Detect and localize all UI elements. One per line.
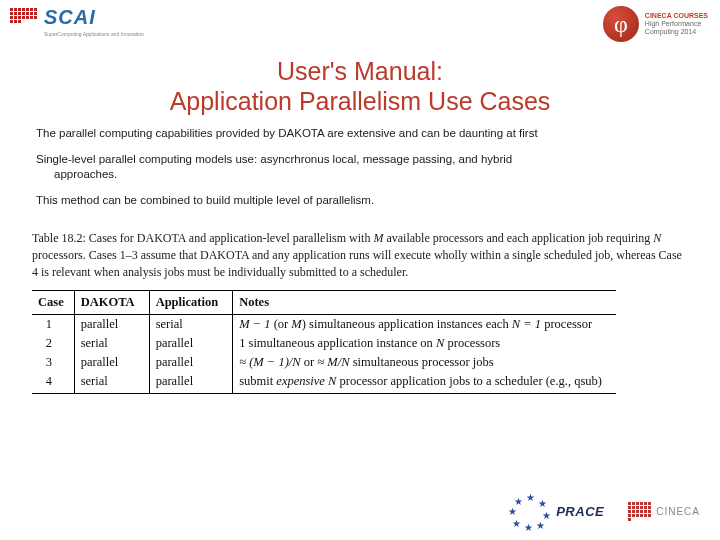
courses-logo: φ CINECA COURSES High Performance Comput… [603,6,708,42]
dots-icon [10,8,40,23]
paragraph-3: This method can be combined to build mul… [36,193,684,209]
body-text: The parallel computing capabilities prov… [0,116,720,208]
page-title: User's Manual: Application Parallelism U… [0,56,720,116]
table-row: 1 parallel serial M − 1 (or M) simultane… [32,315,616,335]
col-application: Application [149,291,233,315]
table-row: 4 serial parallel submit expensive N pro… [32,372,616,394]
scai-text: SCAI [44,6,144,29]
paragraph-2: Single-level parallel computing models u… [36,152,684,183]
course-line3: Computing 2014 [645,28,696,35]
course-line1: CINECA COURSES [645,12,708,19]
footer: ★ ★ ★ ★ ★ ★ ★ ★ PRACE CINECA [508,492,700,530]
course-text: CINECA COURSES High Performance Computin… [645,12,708,35]
stars-icon: ★ ★ ★ ★ ★ ★ ★ ★ [508,492,552,530]
table-row: 3 parallel parallel ≈ (M − 1)/N or ≈ M/N… [32,353,616,372]
col-case: Case [32,291,74,315]
scai-logo: SCAI SuperComputing Applications and Inn… [10,6,144,37]
phi-icon: φ [603,6,639,42]
table-header-row: Case DAKOTA Application Notes [32,291,616,315]
header: SCAI SuperComputing Applications and Inn… [0,0,720,56]
title-line1: User's Manual: [277,57,443,85]
grid-icon [628,502,652,521]
table-row: 2 serial parallel 1 simultaneous applica… [32,334,616,353]
col-notes: Notes [233,291,616,315]
cases-table: Case DAKOTA Application Notes 1 parallel… [32,290,616,394]
cineca-logo: CINECA [628,502,700,521]
cineca-text: CINECA [656,506,700,517]
table-caption: Table 18.2: Cases for DAKOTA and applica… [0,218,720,286]
title-line2: Application Parallelism Use Cases [170,87,551,115]
scai-subtitle: SuperComputing Applications and Innovati… [44,31,144,37]
paragraph-1: The parallel computing capabilities prov… [36,126,684,142]
prace-text: PRACE [556,504,604,519]
prace-logo: ★ ★ ★ ★ ★ ★ ★ ★ PRACE [508,492,604,530]
col-dakota: DAKOTA [74,291,149,315]
course-line2: High Performance [645,20,701,27]
